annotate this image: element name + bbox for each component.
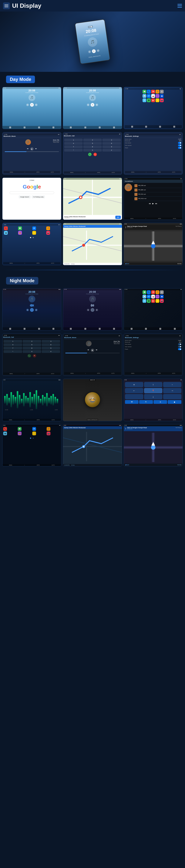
launcher-app-7[interactable]: ⭐ — [32, 231, 36, 235]
night-nav-btn-zoom-in[interactable]: + — [125, 382, 143, 387]
prev-btn-1[interactable]: ⏮ — [26, 103, 29, 106]
app-photo[interactable]: 📷 — [160, 98, 164, 102]
night-call-btn[interactable]: 📞 — [28, 354, 31, 358]
app-phone[interactable]: 📞 — [147, 90, 151, 94]
lucky-button[interactable]: I'm Feeling Lucky — [32, 195, 45, 198]
prev-button[interactable]: ⏮ — [88, 50, 91, 53]
app-nav-2[interactable] — [145, 126, 147, 128]
night-bt-prev[interactable]: ⏮ — [87, 349, 90, 351]
carplay-play[interactable]: ▶ — [152, 203, 154, 205]
night-prev-btn-1[interactable]: ⏮ — [26, 309, 29, 311]
night-app-siri[interactable]: ⭐ — [156, 299, 159, 303]
night-nav-action-3[interactable]: ⚙ — [154, 400, 167, 404]
night-bt-play[interactable]: ▶ — [91, 349, 94, 352]
app-whatsapp[interactable]: 📱 — [147, 98, 151, 102]
night-nav-btn-down[interactable]: ↓ — [144, 394, 162, 399]
dial-key-7[interactable]: 7 — [64, 145, 83, 148]
go-button[interactable]: GO — [115, 216, 121, 219]
night-app-photo[interactable]: 📷 — [160, 299, 164, 303]
nav-icon-6[interactable] — [84, 126, 86, 128]
power-toggle[interactable] — [178, 147, 181, 149]
night-auto-connect-toggle[interactable] — [178, 346, 181, 348]
launcher-app-6[interactable]: 📻 — [18, 231, 22, 235]
end-call-button[interactable]: ✕ — [94, 153, 97, 156]
night-dial-9[interactable]: 9 — [42, 347, 60, 349]
night-dial-star[interactable]: * — [4, 350, 22, 353]
next-btn-1[interactable]: ⏭ — [35, 103, 37, 106]
night-launcher-app-1[interactable]: 📞 — [3, 427, 7, 431]
nav-icon-7[interactable] — [99, 126, 101, 128]
auto-connect-toggle[interactable] — [178, 145, 181, 146]
app-maps[interactable]: 🗺 — [151, 90, 155, 94]
night-next-btn-1[interactable]: ⏭ — [35, 309, 37, 311]
launcher-app-8[interactable]: 📷 — [46, 231, 50, 235]
night-app-nav[interactable]: ◼ — [160, 295, 164, 299]
carplay-track-4[interactable]: 华语_对比2.mp3 — [133, 197, 182, 201]
hamburger-icon[interactable] — [178, 4, 182, 7]
night-nav-btn-zoom-out[interactable]: - — [163, 382, 181, 387]
night-auto-answer-toggle[interactable] — [178, 343, 181, 345]
night-launcher-app-3[interactable]: 🗺 — [32, 427, 36, 431]
auto-answer-toggle[interactable] — [178, 142, 181, 144]
app-music[interactable]: 🎵 — [156, 90, 159, 94]
nav-icon-8[interactable] — [113, 126, 115, 128]
app-nav-1[interactable] — [131, 126, 133, 128]
night-app-nav-4[interactable] — [174, 328, 176, 330]
night-launcher-app-7[interactable]: ⭐ — [32, 432, 36, 435]
night-dial-6[interactable]: 6 — [42, 343, 60, 346]
night-app-settings[interactable]: ⚙ — [160, 290, 164, 294]
night-dial-hash[interactable]: # — [42, 350, 60, 353]
night-dial-5[interactable]: 5 — [23, 343, 41, 346]
app-siri[interactable]: ⭐ — [156, 98, 159, 102]
prev-btn-2[interactable]: ⏮ — [87, 103, 89, 106]
dial-key-0[interactable]: 0 — [83, 149, 102, 152]
night-nav-action-4[interactable]: ◼ — [168, 400, 181, 404]
app-nav-3[interactable] — [159, 126, 161, 128]
night-app-carplay[interactable]: 🚗 — [151, 295, 155, 299]
launcher-app-3[interactable]: 🗺 — [32, 226, 36, 230]
night-nav-4[interactable] — [52, 328, 54, 330]
nav-back-btn[interactable]: ◀ Back — [125, 263, 129, 265]
night-launcher-app-8[interactable]: 📷 — [47, 432, 50, 435]
app-carplay[interactable]: 🚗 — [151, 94, 155, 98]
app-bt[interactable]: BT — [147, 94, 151, 98]
night-nav-7[interactable] — [99, 328, 101, 330]
night-nav-action-1[interactable]: 🗺 — [125, 400, 139, 404]
app-nav[interactable]: ◼ — [160, 94, 164, 98]
launcher-app-4[interactable]: 🎵 — [46, 226, 50, 230]
carplay-track-3[interactable]: 华语_对比.mp3 — [133, 192, 182, 197]
night-dial-3[interactable]: 3 — [42, 340, 60, 343]
night-dial-2[interactable]: 2 — [23, 340, 41, 343]
night-nav-btn-center[interactable]: 📍 — [144, 388, 162, 393]
night-dial-8[interactable]: 8 — [23, 347, 41, 349]
night-app-bt[interactable]: BT — [147, 295, 151, 299]
dial-key-1[interactable]: 1 — [64, 138, 83, 142]
app-messages[interactable]: 💬 — [142, 90, 146, 94]
night-app-music[interactable]: 🎵 — [156, 290, 159, 294]
nav-icon-5[interactable] — [70, 126, 72, 128]
launcher-app-2[interactable]: 💬 — [18, 226, 22, 230]
launcher-app-5[interactable]: 📺 — [4, 231, 8, 235]
night-launcher-app-4[interactable]: 🎵 — [47, 427, 50, 431]
app-youtube[interactable]: ▶ — [151, 98, 155, 102]
night-bt-next[interactable]: ⏭ — [95, 349, 98, 351]
night-nav-btn-up[interactable]: ↑ — [144, 382, 162, 387]
call-button[interactable]: 📞 — [88, 153, 91, 156]
app-nav-4[interactable] — [173, 126, 175, 128]
night-nav-btn-right[interactable]: → — [163, 388, 181, 393]
night-nav-back-btn[interactable]: ◀ Back — [125, 464, 129, 466]
nav-icon-2[interactable] — [24, 126, 25, 128]
night-nav-3[interactable] — [38, 328, 40, 330]
next-btn-2[interactable]: ⏭ — [96, 103, 98, 106]
carplay-track-2[interactable]: 华语_新歌.mp3 — [133, 188, 182, 192]
nav-icon-3[interactable] — [38, 126, 40, 128]
bt-play[interactable]: ▶ — [30, 147, 34, 151]
play-pause-button[interactable]: ⏸ — [92, 49, 96, 53]
dial-key-6[interactable]: 6 — [102, 142, 121, 145]
dial-key-hash[interactable]: # — [102, 149, 121, 152]
night-app-maps[interactable]: 🗺 — [151, 290, 155, 294]
night-app-nav-3[interactable] — [159, 328, 161, 330]
carplay-track-1[interactable]: 华语_抒情.mp3 — [133, 184, 182, 188]
launcher-app-1[interactable]: 📞 — [4, 226, 8, 230]
dial-key-3[interactable]: 3 — [102, 138, 121, 142]
